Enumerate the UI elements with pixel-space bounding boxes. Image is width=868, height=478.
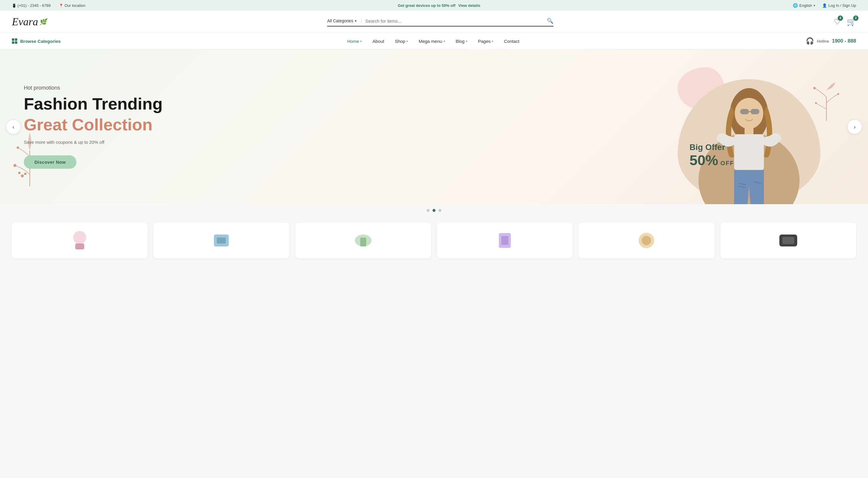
language-selector[interactable]: 🌐 English ▾ [793,3,815,8]
headset-icon: 🎧 [806,37,814,45]
nav-item-shop[interactable]: Shop ▾ [390,33,413,49]
hero-subtitle: Hot promotions [24,85,163,91]
nav-label-contact: Contact [504,39,519,44]
location-info: Our location [59,3,85,8]
nav-label-mega: Mega menu [418,39,442,44]
chevron-down-icon: ▾ [466,39,467,43]
chevron-down-icon: ▾ [492,39,493,43]
svg-rect-25 [360,238,366,246]
nav-item-pages[interactable]: Pages ▾ [473,33,499,49]
logo-text: Evara [12,16,38,28]
chevron-down-icon: ▾ [813,4,815,7]
product-card-2[interactable] [154,222,289,258]
nav-link-home[interactable]: Home ▾ [342,33,367,49]
nav-link-shop[interactable]: Shop ▾ [390,33,413,49]
svg-point-20 [73,231,86,244]
svg-point-12 [837,93,839,95]
svg-rect-21 [75,243,84,249]
chevron-down-icon: ▾ [406,39,408,43]
nav-bar: Browse Categories Home ▾ About Shop ▾ Me… [0,33,868,50]
browse-categories[interactable]: Browse Categories [12,33,61,49]
nav-label-pages: Pages [478,39,491,44]
product-card-3[interactable] [296,222,431,258]
offer-percent: 50% [689,152,718,169]
phone-icon [12,3,17,8]
nav-label-about: About [372,39,384,44]
svg-point-19 [24,173,27,175]
carousel-dot-1[interactable] [427,209,430,212]
location-icon [59,3,63,8]
promo-text: Get great devices up to 50% off [398,3,456,8]
nav-link-mega[interactable]: Mega menu ▾ [413,33,450,49]
search-button[interactable]: 🔍 [547,18,553,24]
user-icon: 👤 [822,3,827,8]
hero-visual: Big Offer 50% OFF [654,50,844,204]
svg-point-16 [17,146,19,149]
nav-item-about[interactable]: About [367,33,390,49]
login-label: Log In / Sign Up [829,3,856,8]
product-card-1[interactable] [12,222,148,258]
category-selector[interactable]: All Categories ▾ [327,19,362,23]
products-row [0,217,868,264]
chevron-down-icon: ▾ [443,39,445,43]
carousel-next-button[interactable]: › [847,119,862,134]
phone-number: (+01) - 2345 - 6789 [18,3,51,8]
product-card-6[interactable] [720,222,856,258]
nav-label-blog: Blog [456,39,465,44]
offer-text: Big Offer [689,143,734,152]
header-actions: ♡ 4 🛒 2 [834,17,856,27]
svg-rect-31 [782,237,794,244]
promo-link[interactable]: View details [458,3,480,8]
top-bar-left: (+01) - 2345 - 6789 Our location [12,3,85,8]
carousel-dot-2[interactable] [433,209,435,212]
hotline-number: 1900 - 888 [832,38,856,44]
cart-badge: 2 [853,16,859,21]
nav-link-blog[interactable]: Blog ▾ [451,33,473,49]
hero-description: Save more with coupons & up to 20% off [24,140,163,145]
svg-point-17 [21,174,24,177]
carousel-dots [0,204,868,217]
product-card-4[interactable] [437,222,572,258]
svg-point-11 [813,87,816,89]
search-input[interactable] [362,17,547,25]
nav-item-blog[interactable]: Blog ▾ [451,33,473,49]
svg-rect-27 [501,236,508,245]
cart-button[interactable]: 🛒 2 [846,17,856,27]
nav-item-contact[interactable]: Contact [499,33,525,49]
svg-point-29 [642,236,651,245]
carousel-prev-button[interactable]: ‹ [6,119,21,134]
top-bar: (+01) - 2345 - 6789 Our location Get gre… [0,0,868,11]
svg-rect-4 [750,109,760,114]
nav-item-mega[interactable]: Mega menu ▾ [413,33,450,49]
nav-link-pages[interactable]: Pages ▾ [473,33,499,49]
category-chevron-icon: ▾ [355,19,356,23]
nav-menu: Home ▾ About Shop ▾ Mega menu ▾ Blog ▾ [342,33,525,49]
wishlist-button[interactable]: ♡ 4 [834,17,841,27]
svg-rect-7 [734,134,764,170]
product-card-5[interactable] [579,222,714,258]
svg-rect-23 [217,238,226,243]
nav-link-about[interactable]: About [367,33,390,49]
wishlist-badge: 4 [838,16,843,21]
hero-tagline: Great Collection [24,116,163,134]
nav-item-home[interactable]: Home ▾ [342,33,367,49]
nav-label-home: Home [347,39,359,44]
hotline-label: Hotline [817,39,829,43]
top-bar-right: 🌐 English ▾ 👤 Log In / Sign Up [793,3,856,8]
carousel-dot-3[interactable] [438,209,441,212]
decorative-plant-right [811,73,841,121]
globe-icon: 🌐 [793,3,798,8]
chevron-down-icon: ▾ [360,39,362,43]
logo-leaf-icon: 🌿 [39,18,47,25]
login-link[interactable]: 👤 Log In / Sign Up [822,3,856,8]
svg-point-13 [815,102,817,104]
svg-point-18 [18,172,21,174]
hero-content: Hot promotions Fashion Trending Great Co… [24,85,163,169]
nav-link-contact[interactable]: Contact [499,33,525,49]
svg-point-14 [13,164,17,167]
logo[interactable]: Evara 🌿 [12,16,47,28]
hero-title: Fashion Trending [24,95,163,113]
discover-now-button[interactable]: Discover Now [24,155,76,169]
hero-section: Hot promotions Fashion Trending Great Co… [0,50,868,204]
search-bar: All Categories ▾ 🔍 [327,17,553,27]
